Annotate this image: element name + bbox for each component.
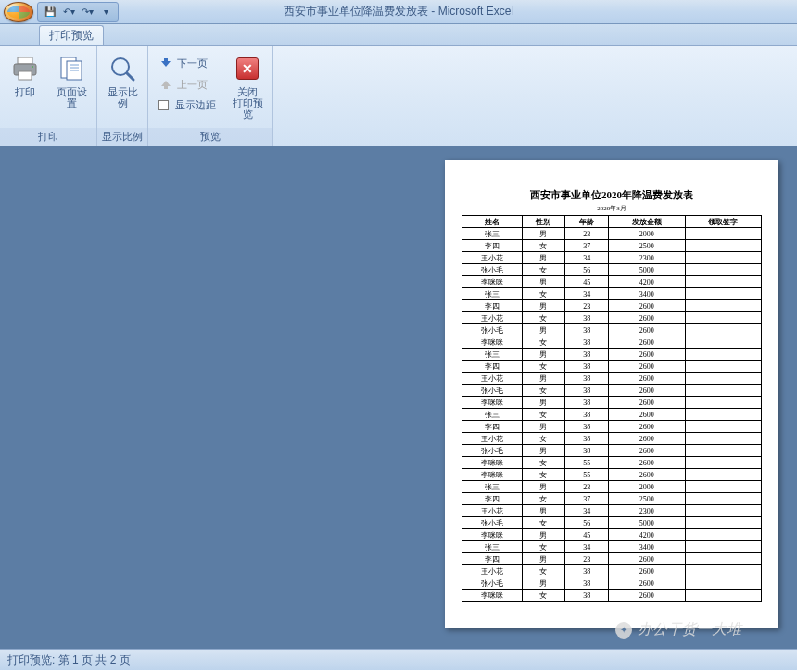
table-row: 李四男382600: [462, 421, 762, 433]
undo-icon[interactable]: ↶▾: [62, 6, 75, 19]
table-cell: [685, 529, 761, 541]
table-cell: 2300: [609, 505, 685, 517]
table-cell: 38: [565, 324, 609, 336]
table-cell: 23: [565, 300, 609, 312]
table-cell: 56: [565, 264, 609, 276]
table-cell: 女: [522, 385, 565, 397]
table-cell: 男: [522, 324, 565, 336]
table-row: 李咪咪男454200: [462, 276, 762, 288]
table-cell: 38: [565, 409, 609, 421]
print-button[interactable]: 打印: [6, 49, 44, 102]
table-body: 张三男232000李四女372500王小花男342300张小毛女565000李咪…: [462, 228, 762, 602]
ribbon: 打印 页面设置 打印 显示比例 显示比例: [0, 46, 797, 146]
table-cell: 李咪咪: [462, 590, 523, 602]
table-cell: 38: [565, 433, 609, 445]
table-header-cell: 年龄: [565, 216, 609, 228]
svg-rect-2: [19, 71, 32, 80]
table-cell: 5000: [609, 517, 685, 529]
tab-print-preview[interactable]: 打印预览: [39, 25, 104, 45]
zoom-label: 显示比例: [106, 86, 139, 108]
table-row: 张三女343400: [462, 541, 762, 553]
table-cell: 李咪咪: [462, 336, 523, 349]
table-cell: 2600: [609, 349, 685, 361]
table-cell: [685, 228, 761, 240]
table-cell: [685, 349, 761, 361]
table-cell: 李咪咪: [462, 529, 523, 541]
table-cell: 女: [522, 493, 565, 505]
table-cell: [685, 445, 761, 457]
table-cell: 38: [565, 565, 609, 577]
table-cell: [685, 312, 761, 324]
table-cell: 3400: [609, 541, 685, 553]
table-cell: 张小毛: [462, 385, 523, 397]
table-cell: 男: [522, 529, 565, 541]
zoom-button[interactable]: 显示比例: [103, 49, 142, 113]
title-bar: 💾 ↶▾ ↷▾ ▾ 西安市事业单位降温费发放表 - Microsoft Exce…: [0, 0, 797, 24]
table-cell: 37: [565, 240, 609, 252]
table-cell: 2600: [609, 553, 685, 565]
next-page-label: 下一页: [177, 57, 208, 70]
table-cell: 34: [565, 288, 609, 300]
table-row: 张小毛男382600: [462, 577, 762, 590]
close-label: 关闭 打印预览: [231, 86, 264, 120]
table-cell: 2600: [609, 324, 685, 336]
table-cell: 王小花: [462, 373, 523, 385]
preview-area[interactable]: 西安市事业单位2020年降温费发放表 2020年3月 姓名性别年龄发放金额领取签…: [0, 146, 797, 649]
table-cell: 张三: [462, 409, 523, 421]
close-icon: ✕: [233, 54, 262, 83]
svg-point-3: [32, 66, 33, 68]
table-cell: 女: [522, 541, 565, 553]
group-print-label: 打印: [0, 128, 96, 146]
table-cell: [685, 577, 761, 590]
watermark-text: 办公干货一大堆: [638, 620, 741, 640]
wechat-icon: ✦: [615, 622, 632, 639]
table-cell: [685, 505, 761, 517]
table-cell: 王小花: [462, 312, 523, 324]
table-cell: 38: [565, 312, 609, 324]
table-cell: 55: [565, 457, 609, 469]
table-row: 张小毛男382600: [462, 445, 762, 457]
table-cell: [685, 264, 761, 276]
table-cell: 38: [565, 590, 609, 602]
table-cell: 38: [565, 577, 609, 590]
table-row: 张三女343400: [462, 288, 762, 300]
table-cell: 2600: [609, 590, 685, 602]
table-header-cell: 发放金额: [609, 216, 685, 228]
next-page-button[interactable]: 下一页: [154, 53, 221, 73]
group-zoom: 显示比例 显示比例: [97, 46, 148, 146]
table-cell: 5000: [609, 264, 685, 276]
table-cell: [685, 240, 761, 252]
table-header-cell: 领取签字: [685, 216, 761, 228]
close-preview-button[interactable]: ✕ 关闭 打印预览: [228, 49, 267, 124]
redo-icon[interactable]: ↷▾: [81, 6, 94, 19]
table-cell: 张小毛: [462, 517, 523, 529]
table-row: 张三男232000: [462, 481, 762, 493]
table-cell: [685, 385, 761, 397]
tab-row: 打印预览: [0, 24, 797, 46]
table-cell: [685, 276, 761, 288]
table-cell: 56: [565, 517, 609, 529]
table-cell: 38: [565, 397, 609, 409]
table-cell: 王小花: [462, 505, 523, 517]
table-cell: 女: [522, 312, 565, 324]
table-cell: 女: [522, 361, 565, 373]
show-margins-checkbox[interactable]: 显示边距: [154, 95, 221, 115]
table-cell: 张三: [462, 228, 523, 240]
save-icon[interactable]: 💾: [44, 6, 57, 19]
page-setup-button[interactable]: 页面设置: [52, 49, 91, 113]
arrow-up-icon: [158, 77, 173, 92]
quick-access-toolbar: 💾 ↶▾ ↷▾ ▾: [37, 2, 119, 22]
table-cell: 王小花: [462, 433, 523, 445]
office-button[interactable]: [4, 2, 33, 22]
page-preview[interactable]: 西安市事业单位2020年降温费发放表 2020年3月 姓名性别年龄发放金额领取签…: [445, 160, 778, 628]
qat-dropdown-icon[interactable]: ▾: [99, 6, 112, 19]
table-cell: 李咪咪: [462, 469, 523, 481]
table-cell: 2600: [609, 421, 685, 433]
table-cell: 男: [522, 300, 565, 312]
table-row: 张三女382600: [462, 409, 762, 421]
table-cell: 男: [522, 373, 565, 385]
table-cell: 2600: [609, 300, 685, 312]
table-cell: [685, 252, 761, 264]
status-text: 打印预览: 第 1 页 共 2 页: [7, 653, 131, 668]
table-cell: [685, 481, 761, 493]
